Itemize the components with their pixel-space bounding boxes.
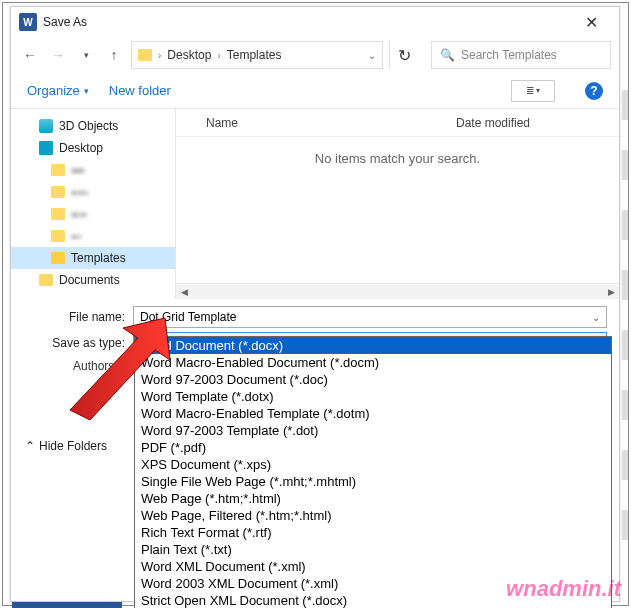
hide-folders-label: Hide Folders: [39, 439, 107, 453]
forward-button[interactable]: →: [47, 44, 69, 66]
file-list: Name Date modified No items match your s…: [176, 109, 619, 299]
dropdown-option[interactable]: Word Document (*.docx): [135, 337, 611, 354]
explorer-body: 3D Objects Desktop ▪▪▪▪▪ ▪▪ ▪▪ ▪ ▪▪▪ ▪▪ …: [11, 109, 619, 299]
dropdown-option[interactable]: Word Macro-Enabled Document (*.docm): [135, 354, 611, 371]
tree-label: Documents: [59, 273, 120, 287]
tree-folder-blurred[interactable]: ▪▪▪ ▪▪: [11, 203, 175, 225]
folder-icon: [51, 252, 65, 264]
dropdown-chevron-icon[interactable]: ⌄: [592, 312, 600, 323]
dropdown-option[interactable]: Web Page (*.htm;*.html): [135, 490, 611, 507]
scroll-left-icon[interactable]: ◀: [176, 285, 192, 299]
tree-label: ▪▪ ▪▪ ▪: [71, 187, 87, 198]
dropdown-option[interactable]: Word 97-2003 Document (*.doc): [135, 371, 611, 388]
column-name[interactable]: Name: [176, 116, 446, 130]
chevron-up-icon: ⌃: [25, 439, 35, 453]
address-bar[interactable]: › Desktop › Templates ⌄: [131, 41, 383, 69]
column-date[interactable]: Date modified: [446, 116, 619, 130]
tree-folder-blurred[interactable]: ▪▪ ▪▪ ▪: [11, 181, 175, 203]
tree-label: ▪▪▪ ▪▪: [71, 209, 86, 220]
recent-dropdown[interactable]: ▾: [75, 44, 97, 66]
list-header: Name Date modified: [176, 109, 619, 137]
horizontal-scrollbar[interactable]: ◀ ▶: [176, 283, 619, 299]
filename-label: File name:: [23, 310, 133, 324]
dropdown-option[interactable]: Word XML Document (*.xml): [135, 558, 611, 575]
chevron-down-icon: ▾: [84, 86, 89, 96]
authors-label: Authors:: [73, 359, 118, 373]
filename-input[interactable]: Dot Grid Template ⌄: [133, 306, 607, 328]
folder-icon: [51, 186, 65, 198]
tree-templates[interactable]: Templates: [11, 247, 175, 269]
new-folder-button[interactable]: New folder: [109, 83, 171, 98]
nav-row: ← → ▾ ↑ › Desktop › Templates ⌄ ↻ 🔍 Sear…: [11, 37, 619, 73]
view-icon: ≣: [526, 85, 534, 96]
hide-folders-button[interactable]: ⌃ Hide Folders: [25, 439, 107, 453]
scroll-track[interactable]: [192, 285, 603, 299]
tree-label: ▪▪ ▪: [71, 231, 80, 242]
dropdown-option[interactable]: Word 97-2003 Template (*.dot): [135, 422, 611, 439]
filename-value: Dot Grid Template: [140, 310, 237, 324]
address-dropdown-icon[interactable]: ⌄: [368, 50, 376, 61]
folder-icon: [51, 230, 65, 242]
tree-documents[interactable]: Documents: [11, 269, 175, 291]
empty-message: No items match your search.: [176, 151, 619, 166]
crumb-templates[interactable]: Templates: [227, 48, 282, 62]
organize-label: Organize: [27, 83, 80, 98]
close-button[interactable]: ✕: [571, 8, 611, 36]
dropdown-option[interactable]: Plain Text (*.txt): [135, 541, 611, 558]
chevron-down-icon: ▾: [536, 86, 540, 95]
titlebar: W Save As ✕: [11, 7, 619, 37]
dropdown-option[interactable]: PDF (*.pdf): [135, 439, 611, 456]
dropdown-option[interactable]: XPS Document (*.xps): [135, 456, 611, 473]
chevron-icon: ›: [158, 50, 161, 61]
dropdown-option[interactable]: Single File Web Page (*.mht;*.mhtml): [135, 473, 611, 490]
tree-folder-blurred[interactable]: ▪▪▪▪▪: [11, 159, 175, 181]
tree-desktop[interactable]: Desktop: [11, 137, 175, 159]
tree-folder-blurred[interactable]: ▪▪ ▪: [11, 225, 175, 247]
organize-menu[interactable]: Organize ▾: [27, 83, 89, 98]
dropdown-option[interactable]: Word Macro-Enabled Template (*.dotm): [135, 405, 611, 422]
watermark-text: wnadmin.it: [506, 576, 621, 602]
window-title: Save As: [43, 15, 571, 29]
tree-3d-objects[interactable]: 3D Objects: [11, 115, 175, 137]
folder-tree: 3D Objects Desktop ▪▪▪▪▪ ▪▪ ▪▪ ▪ ▪▪▪ ▪▪ …: [11, 109, 176, 299]
dropdown-option[interactable]: Word Template (*.dotx): [135, 388, 611, 405]
toolbar: Organize ▾ New folder ≣ ▾ ?: [11, 73, 619, 109]
help-button[interactable]: ?: [585, 82, 603, 100]
tree-label: Templates: [71, 251, 126, 265]
background-peek: [622, 90, 628, 570]
type-label: Save as type:: [23, 336, 133, 350]
tree-label: ▪▪▪▪▪: [71, 165, 84, 176]
up-button[interactable]: ↑: [103, 44, 125, 66]
3d-objects-icon: [39, 119, 53, 133]
refresh-button[interactable]: ↻: [389, 41, 419, 69]
search-icon: 🔍: [440, 48, 455, 62]
search-placeholder: Search Templates: [461, 48, 557, 62]
folder-icon: [51, 208, 65, 220]
folder-icon: [51, 164, 65, 176]
back-button[interactable]: ←: [19, 44, 41, 66]
tree-label: Desktop: [59, 141, 103, 155]
chevron-icon: ›: [217, 50, 220, 61]
documents-icon: [39, 274, 53, 286]
file-type-dropdown[interactable]: Word Document (*.docx)Word Macro-Enabled…: [134, 336, 612, 608]
search-box[interactable]: 🔍 Search Templates: [431, 41, 611, 69]
tree-label: 3D Objects: [59, 119, 118, 133]
desktop-icon: [39, 141, 53, 155]
up-arrow-icon: ↑: [105, 46, 123, 64]
dropdown-option[interactable]: Web Page, Filtered (*.htm;*.html): [135, 507, 611, 524]
word-app-icon: W: [19, 13, 37, 31]
crumb-desktop[interactable]: Desktop: [167, 48, 211, 62]
dropdown-option[interactable]: Rich Text Format (*.rtf): [135, 524, 611, 541]
scroll-right-icon[interactable]: ▶: [603, 285, 619, 299]
view-options-button[interactable]: ≣ ▾: [511, 80, 555, 102]
folder-icon: [138, 49, 152, 61]
